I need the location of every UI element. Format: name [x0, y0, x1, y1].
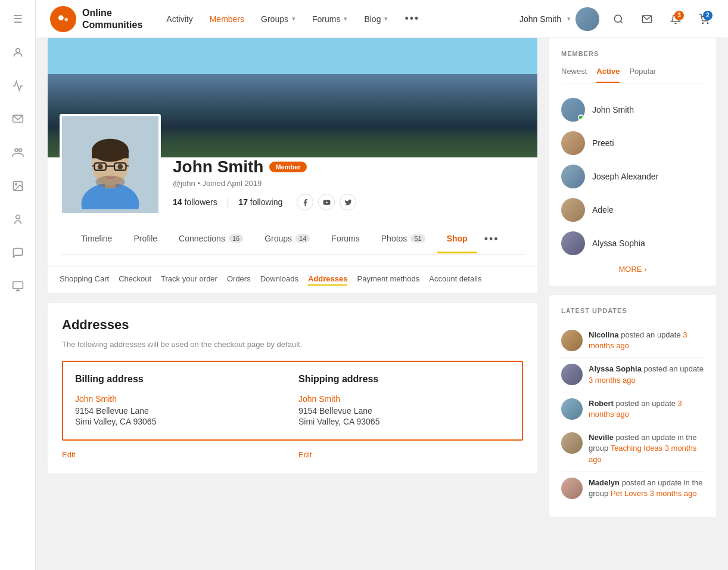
profile-avatar-wrap [60, 114, 161, 215]
inbox-icon[interactable] [637, 10, 657, 29]
member-name[interactable]: Adele [592, 205, 614, 215]
shipping-edit-link[interactable]: Edit [298, 450, 523, 459]
shipping-address: Shipping address John Smith 9154 Bellevu… [298, 374, 510, 428]
svg-point-2 [15, 148, 18, 151]
image-icon[interactable] [8, 176, 27, 196]
addresses-content: Addresses The following addresses will b… [48, 303, 537, 473]
notifications-icon[interactable]: 3 [666, 10, 685, 29]
billing-edit-link[interactable]: Edit [62, 450, 287, 459]
profile-tabs: Timeline Profile Connections 16 Groups 1… [60, 225, 525, 255]
update-item: Robert posted an update 3 months ago [561, 392, 704, 426]
subtab-payment-methods[interactable]: Payment methods [357, 274, 419, 286]
subtab-account-details[interactable]: Account details [429, 274, 481, 286]
members-tab-popular[interactable]: Popular [629, 67, 656, 83]
update-text: Madelyn posted an update in the group Pe… [589, 478, 704, 499]
latest-updates-title: LATEST UPDATES [561, 307, 704, 314]
profile-meta: @john • Joined April 2019 [173, 179, 525, 188]
members-more-link[interactable]: MORE › [561, 265, 704, 274]
member-name[interactable]: Alyssa Sophia [592, 238, 645, 248]
billing-city: Simi Valley, CA 93065 [75, 417, 287, 426]
member-item: John Smith [561, 93, 704, 126]
shop-sub-tabs: Shopping Cart Checkout Track your order … [48, 267, 537, 293]
logo-icon [50, 6, 76, 32]
svg-rect-22 [92, 150, 129, 158]
billing-heading: Billing address [75, 374, 287, 385]
tab-shop[interactable]: Shop [437, 225, 477, 253]
svg-point-5 [15, 184, 16, 185]
group-link[interactable]: Teaching Ideas [611, 444, 662, 453]
menu-icon[interactable]: ☰ [8, 10, 27, 29]
page-body: John Smith Member @john • Joined April 2… [36, 38, 728, 538]
following-stat: 17 following [238, 197, 282, 207]
tab-photos[interactable]: Photos 51 [372, 225, 435, 253]
chat-icon[interactable] [8, 243, 27, 262]
more-tabs-button[interactable]: ••• [480, 225, 504, 254]
members-list: John Smith Preeti Joseph Alexander [561, 93, 704, 260]
online-indicator [578, 114, 584, 120]
tab-groups[interactable]: Groups 14 [255, 225, 319, 253]
nav-members[interactable]: Members [210, 14, 244, 24]
profile-card: John Smith Member @john • Joined April 2… [48, 157, 537, 267]
top-navbar: OnlineCommunities Activity Members Group… [36, 0, 728, 38]
update-avatar [561, 398, 583, 420]
member-name[interactable]: John Smith [592, 105, 634, 114]
svg-point-6 [15, 215, 20, 219]
billing-name: John Smith [75, 394, 287, 404]
subtab-shopping-cart[interactable]: Shopping Cart [60, 274, 109, 286]
tab-profile[interactable]: Profile [124, 225, 167, 253]
social-icons [297, 194, 356, 210]
facebook-icon[interactable] [297, 194, 313, 210]
nav-blog[interactable]: Blog ▾ [364, 14, 388, 24]
group-icon[interactable] [8, 143, 27, 162]
shipping-street: 9154 Bellevue Lane [298, 406, 510, 416]
nav-groups[interactable]: Groups ▾ [261, 14, 295, 24]
search-icon[interactable] [609, 10, 628, 29]
subtab-addresses[interactable]: Addresses [308, 274, 347, 286]
more-nav-button[interactable]: ••• [405, 13, 419, 25]
members-tab-active[interactable]: Active [596, 67, 620, 83]
nav-activity[interactable]: Activity [166, 14, 192, 24]
member-name[interactable]: Joseph Alexander [592, 172, 658, 181]
member-avatar [561, 165, 585, 188]
activity-icon[interactable] [8, 76, 27, 95]
cart-icon[interactable]: 2 [695, 10, 714, 29]
member-name[interactable]: Preeti [592, 138, 614, 148]
update-avatar [561, 364, 583, 385]
update-avatar [561, 330, 583, 351]
person-icon[interactable] [8, 43, 27, 62]
tab-timeline[interactable]: Timeline [71, 225, 122, 253]
tab-connections[interactable]: Connections 16 [169, 225, 253, 253]
update-text: Alyssa Sophia posted an update 3 months … [589, 364, 704, 385]
subtab-checkout[interactable]: Checkout [119, 274, 151, 286]
shipping-name: John Smith [298, 394, 510, 404]
subtab-track-order[interactable]: Track your order [161, 274, 217, 286]
svg-line-13 [620, 21, 622, 23]
member-item: Adele [561, 193, 704, 227]
user-avatar [575, 7, 599, 31]
svg-point-28 [98, 164, 103, 169]
twitter-icon[interactable] [340, 194, 356, 210]
followers-stat: 14 followers [173, 197, 217, 207]
nav-forums[interactable]: Forums ▾ [312, 14, 347, 24]
logo[interactable]: OnlineCommunities [50, 6, 142, 32]
update-item: Nicolina posted an update 3 months ago [561, 324, 704, 358]
update-item: Alyssa Sophia posted an update 3 months … [561, 358, 704, 392]
nav-right-section: John Smith ▾ 3 2 [519, 7, 714, 31]
youtube-icon[interactable] [318, 194, 335, 210]
user-menu[interactable]: John Smith ▾ [519, 7, 599, 31]
update-text: Nicolina posted an update 3 months ago [589, 330, 704, 351]
users-icon[interactable] [8, 210, 27, 229]
billing-street: 9154 Bellevue Lane [75, 406, 287, 416]
svg-point-15 [702, 23, 704, 24]
group-link[interactable]: Pet Lovers [611, 489, 648, 498]
update-item: Madelyn posted an update in the group Pe… [561, 472, 704, 505]
members-tab-newest[interactable]: Newest [561, 67, 587, 83]
subtab-orders[interactable]: Orders [227, 274, 251, 286]
profile-avatar [62, 116, 158, 213]
members-widget-title: MEMBERS [561, 50, 704, 57]
monitor-icon[interactable] [8, 277, 27, 296]
subtab-downloads[interactable]: Downloads [260, 274, 298, 286]
message-icon[interactable] [8, 110, 27, 129]
tab-forums[interactable]: Forums [322, 225, 369, 253]
main-nav: Activity Members Groups ▾ Forums ▾ Blog … [166, 13, 519, 25]
